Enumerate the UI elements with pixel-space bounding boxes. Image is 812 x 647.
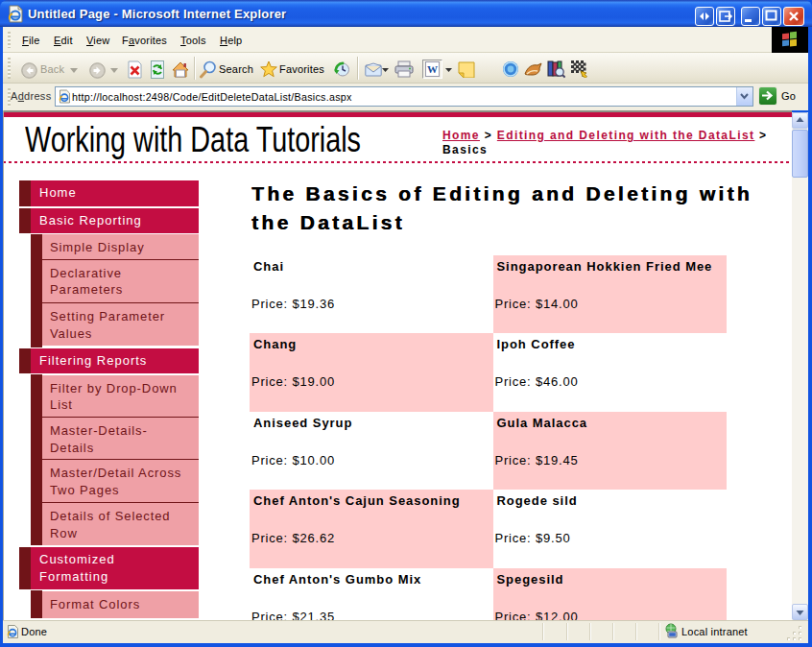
svg-text:W: W xyxy=(427,63,438,75)
